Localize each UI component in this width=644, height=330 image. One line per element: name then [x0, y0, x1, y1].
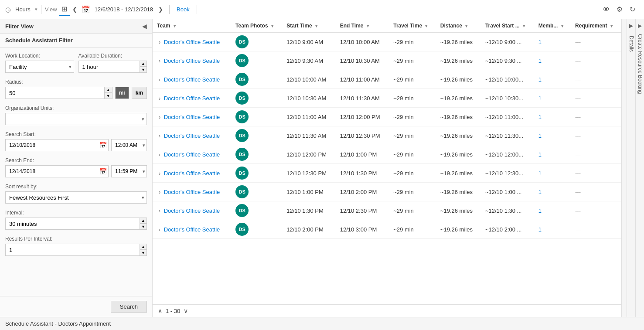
end-time-cell: 12/10 3:00 PM [336, 220, 389, 239]
members-cell: 1 [534, 145, 571, 164]
create-booking-collapse[interactable]: ▶ [636, 21, 644, 31]
create-booking-panel[interactable]: ▶ Create Resource Booking [635, 19, 644, 317]
row-expand-button[interactable]: › [157, 227, 162, 233]
col-start-time[interactable]: Start Time ▾ [282, 19, 336, 33]
available-duration-input[interactable] [78, 61, 147, 73]
travel-start-cell: ~12/10 2:00 ... [481, 220, 534, 239]
work-location-select[interactable]: Facility [5, 61, 74, 73]
sort-select[interactable]: Fewest Resources First [5, 191, 147, 204]
start-sort-icon: ▾ [315, 24, 317, 28]
right-panel-collapse[interactable]: ▶ [627, 21, 635, 31]
prev-date-button[interactable]: ❮ [70, 4, 80, 14]
col-requirement[interactable]: Requirement ▾ [571, 19, 621, 33]
hours-button[interactable]: Hours [13, 4, 33, 14]
requirement-cell: --- [571, 145, 621, 164]
avatar: DS [235, 110, 249, 123]
req-sort-icon: ▾ [610, 24, 613, 28]
radius-increment[interactable]: ▲ [104, 87, 112, 93]
col-team[interactable]: Team ▾ [153, 19, 231, 33]
settings-button[interactable]: ⚙ [613, 3, 626, 15]
results-table: Team ▾ Team Photos ▾ Start Time ▾ [153, 19, 621, 239]
travel-start-cell: ~12/10 12:00... [481, 145, 534, 164]
search-button[interactable]: Search [111, 301, 147, 313]
row-expand-button[interactable]: › [157, 95, 162, 102]
page-up-button[interactable]: ∧ [158, 307, 162, 314]
team-name: Doctor's Office Seattle [164, 39, 220, 45]
row-expand-button[interactable]: › [157, 133, 162, 139]
row-expand-button[interactable]: › [157, 114, 162, 120]
row-expand-button[interactable]: › [157, 170, 162, 177]
results-decrement[interactable]: ▼ [140, 250, 147, 256]
travel-start-cell: ~12/10 1:00 ... [481, 183, 534, 201]
separator-1 [41, 5, 41, 14]
table-row: › Doctor's Office Seattle DS 12/10 11:30… [153, 126, 621, 145]
avatar: DS [235, 54, 249, 67]
radius-decrement[interactable]: ▼ [104, 93, 112, 99]
search-end-date-input[interactable] [5, 165, 109, 177]
travel-start-cell: ~12/10 10:30... [481, 89, 534, 108]
interval-input[interactable] [5, 218, 147, 230]
row-expand-button[interactable]: › [157, 189, 162, 195]
search-start-date-input[interactable] [5, 139, 109, 151]
page-range: 1 - 30 [166, 308, 180, 314]
results-increment[interactable]: ▲ [140, 244, 147, 250]
team-cell: › Doctor's Office Seattle [153, 145, 231, 164]
row-expand-button[interactable]: › [157, 152, 162, 158]
refresh-button[interactable]: ↻ [626, 3, 639, 15]
row-expand-button[interactable]: › [157, 77, 162, 83]
unit-km-button[interactable]: km [132, 87, 147, 99]
photos-cell: DS [231, 33, 282, 51]
next-date-button[interactable]: ❯ [156, 4, 166, 14]
right-panel[interactable]: ▶ Details [627, 19, 635, 317]
col-photos[interactable]: Team Photos ▾ [231, 19, 282, 33]
end-time-cell: 12/10 12:30 PM [336, 126, 389, 145]
book-button[interactable]: Book [173, 4, 193, 14]
duration-decrement[interactable]: ▼ [140, 67, 147, 73]
duration-increment[interactable]: ▲ [140, 61, 147, 67]
table-row: › Doctor's Office Seattle DS 12/10 1:30 … [153, 201, 621, 220]
separator-2 [169, 5, 170, 14]
radius-input[interactable] [5, 87, 112, 99]
travel-time-cell: ~29 min [389, 183, 436, 201]
members-cell: 1 [534, 108, 571, 126]
distance-cell: ~19.26 miles [436, 33, 481, 51]
start-time-cell: 12/10 1:00 PM [282, 183, 336, 201]
vertical-scrollbar[interactable] [621, 19, 627, 317]
start-time-cell: 12/10 12:30 PM [282, 164, 336, 183]
col-travel-time[interactable]: Travel Time ▾ [389, 19, 436, 33]
team-cell: › Doctor's Office Seattle [153, 183, 231, 201]
end-time-cell: 12/10 2:00 PM [336, 183, 389, 201]
results-input[interactable] [5, 244, 147, 256]
grid-view-button[interactable]: ⊞ [59, 3, 70, 16]
col-members[interactable]: Memb... ▾ [534, 19, 571, 33]
calendar-start-icon[interactable]: 📅 [99, 142, 107, 149]
radius-row: Radius: ▲ ▼ mi km [5, 79, 147, 99]
col-end-time[interactable]: End Time ▾ [336, 19, 389, 33]
results-table-wrapper[interactable]: Team ▾ Team Photos ▾ Start Time ▾ [153, 19, 621, 304]
col-distance[interactable]: Distance ▾ [436, 19, 481, 33]
row-expand-button[interactable]: › [157, 208, 162, 214]
row-expand-button[interactable]: › [157, 58, 162, 64]
content-area: Team ▾ Team Photos ▾ Start Time ▾ [153, 19, 644, 317]
filter-collapse-button[interactable]: ◀ [142, 23, 147, 30]
search-start-time-select[interactable]: 12:00 AM [111, 139, 147, 151]
members-cell: 1 [534, 33, 571, 51]
row-expand-button[interactable]: › [157, 39, 162, 45]
team-name: Doctor's Office Seattle [164, 58, 220, 64]
col-travel-start[interactable]: Travel Start ... ▾ [481, 19, 534, 33]
avatar: DS [235, 223, 249, 236]
travel-time-cell: ~29 min [389, 201, 436, 220]
eye-icon-button[interactable]: 👁 [599, 4, 613, 15]
org-units-select[interactable] [5, 113, 147, 125]
radius-label: Radius: [5, 79, 147, 85]
unit-mi-button[interactable]: mi [115, 87, 129, 99]
interval-increment[interactable]: ▲ [140, 218, 147, 224]
requirement-cell: --- [571, 70, 621, 89]
results-label: Results Per Interval: [5, 236, 147, 242]
interval-decrement[interactable]: ▼ [140, 224, 147, 230]
team-name: Doctor's Office Seattle [164, 151, 220, 158]
page-down-button[interactable]: ∨ [184, 307, 188, 314]
search-end-time-select[interactable]: 11:59 PM [111, 165, 147, 177]
calendar-end-icon[interactable]: 📅 [99, 168, 107, 175]
photos-cell: DS [231, 51, 282, 70]
